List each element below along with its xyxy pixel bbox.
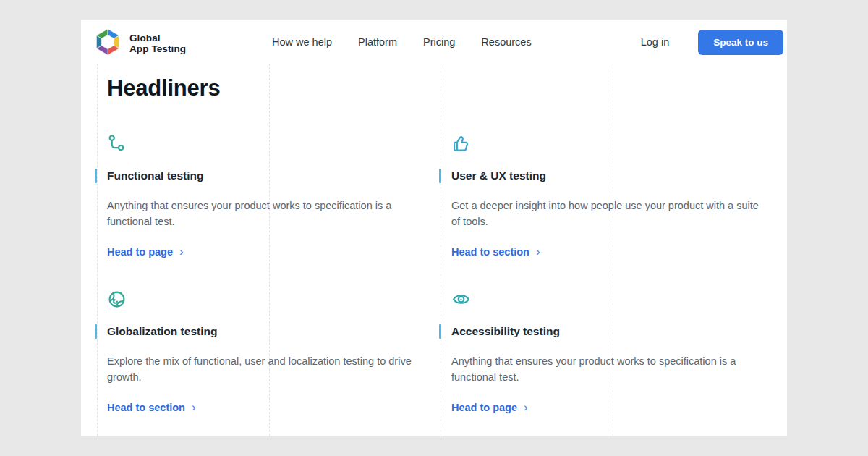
card-title: Globalization testing xyxy=(107,324,420,339)
card-functional-testing: Functional testing Anything that ensures… xyxy=(95,134,420,258)
brand-logo[interactable]: Global App Testing xyxy=(93,28,186,59)
main-nav: How we help Platform Pricing Resources xyxy=(272,20,532,64)
card-user-ux-testing: User & UX testing Get a deeper insight i… xyxy=(439,134,765,258)
nav-item-how-we-help[interactable]: How we help xyxy=(272,36,332,48)
card-title: Accessibility testing xyxy=(451,324,765,339)
card-title: User & UX testing xyxy=(451,169,765,183)
link-label: Head to page xyxy=(107,246,173,258)
card-description: Get a deeper insight into how people use… xyxy=(451,198,765,229)
card-description: Anything that ensures your product works… xyxy=(107,198,420,229)
card-title: Functional testing xyxy=(107,169,420,183)
header-actions: Log in Speak to us xyxy=(641,20,783,64)
page-title: Headliners xyxy=(107,75,221,101)
nav-item-platform[interactable]: Platform xyxy=(358,36,397,48)
head-to-section-link[interactable]: Head to section › xyxy=(451,246,540,258)
card-description: Explore the mix of functional, user and … xyxy=(107,353,420,385)
card-globalization-testing: Globalization testing Explore the mix of… xyxy=(95,290,420,413)
speak-to-us-button[interactable]: Speak to us xyxy=(698,30,783,55)
head-to-section-link[interactable]: Head to section › xyxy=(107,402,196,413)
head-to-page-link[interactable]: Head to page › xyxy=(451,402,528,413)
card-description: Anything that ensures your product works… xyxy=(451,353,765,385)
site-header: Global App Testing How we help Platform … xyxy=(81,20,787,64)
gat-hexagon-logo-icon xyxy=(93,28,123,59)
link-label: Head to section xyxy=(451,246,529,258)
chevron-right-icon: › xyxy=(524,402,528,413)
head-to-page-link[interactable]: Head to page › xyxy=(107,246,184,258)
link-label: Head to page xyxy=(451,402,517,413)
chevron-right-icon: › xyxy=(536,247,540,257)
eye-icon xyxy=(451,290,471,309)
globe-icon xyxy=(107,290,127,309)
card-accessibility-testing: Accessibility testing Anything that ensu… xyxy=(439,290,765,413)
chevron-right-icon: › xyxy=(192,402,196,413)
nav-item-resources[interactable]: Resources xyxy=(481,36,531,48)
link-label: Head to section xyxy=(107,402,185,413)
login-link[interactable]: Log in xyxy=(641,36,670,48)
content-sheet: Global App Testing How we help Platform … xyxy=(81,20,787,436)
chevron-right-icon: › xyxy=(179,247,184,257)
brand-name: Global App Testing xyxy=(129,33,186,54)
thumbs-up-icon xyxy=(451,134,471,153)
branch-flow-icon xyxy=(107,134,127,153)
nav-item-pricing[interactable]: Pricing xyxy=(423,36,455,48)
